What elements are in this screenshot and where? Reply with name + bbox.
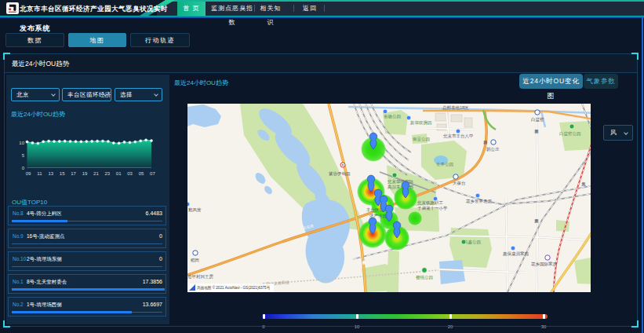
svg-text:07: 07 xyxy=(150,171,155,176)
svg-text:23: 23 xyxy=(104,171,110,176)
svg-text:世界公园: 世界公园 xyxy=(436,162,453,167)
svg-text:19: 19 xyxy=(82,171,88,176)
svg-text:郭公庄: 郭公庄 xyxy=(486,147,500,152)
svg-text:01: 01 xyxy=(116,171,122,176)
svg-text:花乡国际家居: 花乡国际家居 xyxy=(531,262,558,267)
svg-text:北京市丰台八中: 北京市丰台八中 xyxy=(442,134,474,139)
svg-text:北京铁路职工: 北京铁路职工 xyxy=(417,200,444,206)
svg-text:御景公园: 御景公园 xyxy=(412,137,430,142)
svg-text:稻田: 稻田 xyxy=(191,258,199,263)
svg-text:子弟第十一小学: 子弟第十一小学 xyxy=(417,206,448,210)
svg-text:大葆台: 大葆台 xyxy=(453,181,466,185)
svg-text:紫谷伊甸园: 紫谷伊甸园 xyxy=(329,171,351,177)
svg-text:看杨公园: 看杨公园 xyxy=(384,114,401,119)
svg-text:白盆窑: 白盆窑 xyxy=(531,117,544,123)
svg-text:花乡世界名居: 花乡世界名居 xyxy=(466,199,493,204)
svg-text:17: 17 xyxy=(71,171,76,176)
svg-text:白盆窑公园: 白盆窑公园 xyxy=(559,131,581,137)
svg-text:13: 13 xyxy=(48,171,53,176)
svg-text:15: 15 xyxy=(60,171,65,176)
svg-text:樱桃公园: 樱桃公园 xyxy=(416,275,433,280)
svg-text:09: 09 xyxy=(26,171,31,176)
svg-text:05: 05 xyxy=(139,171,144,176)
svg-text:高鑫公园: 高鑫公园 xyxy=(464,240,481,245)
svg-text:造甲村回王房: 造甲村回王房 xyxy=(187,274,214,280)
svg-text:北京华侨国际: 北京华侨国际 xyxy=(387,179,414,185)
svg-text:总部基地18区: 总部基地18区 xyxy=(442,105,469,111)
svg-text:新华双拥园: 新华双拥园 xyxy=(410,120,432,126)
svg-text:高尔夫俱乐部: 高尔夫俱乐部 xyxy=(387,185,414,190)
svg-text:鹅凤营: 鹅凤营 xyxy=(188,207,202,213)
svg-text:03: 03 xyxy=(127,171,133,176)
svg-text:5: 5 xyxy=(22,153,25,158)
svg-text:10: 10 xyxy=(19,141,24,145)
svg-text:21: 21 xyxy=(93,171,99,176)
svg-text:0: 0 xyxy=(22,166,25,170)
svg-text:11: 11 xyxy=(37,171,42,176)
svg-text:惠保康润家园: 惠保康润家园 xyxy=(502,251,529,257)
svg-text:高德地图 © 2021 AutoNavi - GS(2021: 高德地图 © 2021 AutoNavi - GS(2021)6375号 xyxy=(197,285,271,291)
